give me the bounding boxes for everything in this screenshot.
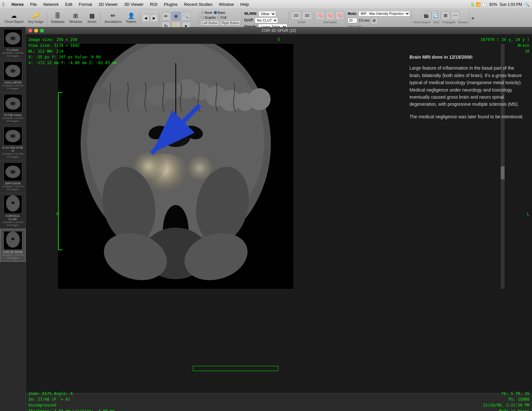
mouse-basic-radio[interactable]: Basic <box>214 11 225 15</box>
series-label-axial-mpgr: AXIAL MPGR <box>4 81 22 84</box>
series-item-flair[interactable]: O-Ax Flair xFSE H 12/18/08, 2:11 PM 20 I… <box>0 125 25 161</box>
orient-brain-button-1[interactable]: 🧠 <box>316 11 325 20</box>
series-item-coronal-flair[interactable]: CORONAL FLAIR 12/18/08, 2:18 PM 24 Image… <box>0 193 25 229</box>
toolbar-drawing-tools: ✏ ⊕ 🔍 ↻ 📏 ▾ <box>160 11 199 25</box>
patient-button[interactable]: 👤 Patient <box>124 11 138 25</box>
menu-3d-viewer[interactable]: 3D Viewer <box>121 1 147 7</box>
series-item-axial-mpgr[interactable]: AXIAL MPGR 12/18/08, 2:08 PM 20 Images <box>0 60 25 92</box>
series-images-axial-mpgr: 20 Images <box>7 87 19 90</box>
clut-select[interactable]: No CLUT <box>255 17 278 23</box>
series-images-diffusion: 60 Images <box>7 188 19 191</box>
series-images-cor3d-spgr: 48 Images <box>7 257 19 259</box>
series-item-cor3d-spgr[interactable]: COR 3D SPGR 12/18/08, 2:22 PM 48 Images <box>0 229 25 262</box>
menu-roi[interactable]: ROI <box>147 1 161 7</box>
menu-network[interactable]: Network <box>40 1 62 7</box>
mri-scrollbar-thumb[interactable] <box>501 166 505 179</box>
database-label: Database <box>51 20 65 24</box>
database-button[interactable]: 🗄 Database <box>49 11 67 25</box>
crosshair-tool-button[interactable]: ⊕ <box>172 12 181 21</box>
menu-file[interactable]: File <box>27 1 40 7</box>
key-image-button[interactable]: 🔑 Key Image <box>26 11 45 25</box>
movie-export-icon[interactable]: 🎬 <box>422 11 431 20</box>
propagate-label: Propagate <box>442 21 456 24</box>
series-thumb-coronal-flair <box>4 195 22 214</box>
menu-plugins[interactable]: Plugins <box>161 1 181 7</box>
series-icon: ▦ <box>89 12 95 19</box>
info-coords: 167979 ( 34 y, 24 y ) <box>480 37 529 43</box>
mouse-graphic-radio[interactable]: Graphic <box>201 16 216 19</box>
annotation-title: Brain MRI done in 12/18/2008: <box>409 54 526 61</box>
sync-icon[interactable]: 🔄 <box>431 11 440 20</box>
series-button[interactable]: ▦ Series <box>85 11 99 25</box>
series-item-t1-axial[interactable]: T1 AXIAL 12/18/08, 2:06 PM 20 Images <box>0 27 25 60</box>
orient-brain-button-2[interactable]: 🧠 <box>325 11 334 20</box>
thickness-info: Thickness: 3.50 mm Location: -4.00 mm <box>28 408 114 411</box>
browse-label: Browse <box>458 21 468 24</box>
sync-label: Sync <box>433 21 439 24</box>
series-item-diffusion[interactable]: DIFFUSION 12/18/08, 2:16 PM 60 Images <box>0 161 25 193</box>
window-minimize-button[interactable] <box>34 29 38 33</box>
windows-button[interactable]: ⊞ Windows <box>67 11 84 25</box>
pencil-tool-button[interactable]: ✏ <box>162 12 171 21</box>
mode-number-input[interactable] <box>348 18 357 23</box>
orientation-right-label: L <box>527 211 529 216</box>
nav-next-button[interactable]: ► <box>150 14 158 22</box>
series-label-t1-axial: T1 AXIAL <box>6 48 19 52</box>
window-maximize-button[interactable] <box>40 29 44 33</box>
viewer-content[interactable]: S R L Image size: 256 × 256 View size: 3… <box>26 34 532 393</box>
mode-settings-button[interactable]: ⚙ <box>371 17 378 24</box>
info-overlay-left: Image size: 256 × 256 View size: 3138 × … <box>28 37 117 66</box>
bottom-info-right: TE: 5 TR: 35 FS: 15000 12/18/08, 2:22:50… <box>483 391 530 411</box>
apple-menu-icon[interactable]:  <box>3 2 5 7</box>
viewer-area: COR 3D SPGR (10) S R L Image size: 256 ×… <box>26 27 532 411</box>
key-image-label: Key Image <box>28 20 44 24</box>
2d-toggle-button[interactable]: 2D <box>291 11 301 20</box>
menubar-search-icon[interactable]: 🔍 <box>525 2 529 7</box>
toolbar-overflow[interactable]: » <box>470 15 476 21</box>
menu-horos[interactable]: Horos <box>8 1 27 7</box>
series-label-t2-fse: T2 FSE AXIAL <box>3 113 22 117</box>
nav-prev-button[interactable]: ◄ <box>142 14 150 22</box>
toolbar-2d3d: 2D 3D 2D/3D <box>290 11 314 25</box>
info-overlay-right: 167979 ( 34 y, 24 y ) Brain 10 <box>480 37 529 54</box>
wlww-select[interactable]: Other <box>259 11 276 17</box>
series-images-flair: 20 Images <box>7 155 19 158</box>
info-view-size: View size: 3138 × 1682 <box>28 43 117 48</box>
browse-icon[interactable]: ⋯ <box>451 11 460 20</box>
series-date-flair: 12/18/08, 2:11 PM <box>2 152 23 155</box>
window-close-button[interactable] <box>28 29 32 33</box>
series-thumb-flair <box>4 127 22 145</box>
series-images-coronal-flair: 24 Images <box>7 224 19 227</box>
nav-arrows-group: ◄ ► <box>142 14 158 22</box>
3d-toggle-button[interactable]: 3D <box>302 11 312 20</box>
toolbar-group-db: 🗄 Database ⊞ Windows ▦ Series <box>48 11 101 25</box>
mode-select[interactable]: MIP - Max Intensity Projection <box>359 11 410 16</box>
menu-2d-viewer[interactable]: 2D Viewer <box>95 1 121 7</box>
mouse-none-radio[interactable]: None <box>201 11 212 15</box>
menu-window[interactable]: Window <box>216 1 237 7</box>
main-toolbar: ☁ Cloud Report 🔑 Key Image 🗄 Database ⊞ … <box>0 9 532 27</box>
annotation-text-box: Brain MRI done in 12/18/2008: Large feat… <box>409 54 526 120</box>
measurement-box <box>193 366 278 371</box>
series-date-t2-fse: 12/18/08, 2:10 PM <box>2 117 23 120</box>
viewer-title: COR 3D SPGR (10) <box>261 28 296 33</box>
toolbar-wlww: WL/WW: Other CLUT: No CLUT Opacity: Line… <box>243 11 289 25</box>
series-item-t2-fse[interactable]: T2 FSE AXIAL 12/18/08, 2:10 PM 20 Images <box>0 92 25 125</box>
brain-mri-canvas[interactable] <box>58 44 293 289</box>
annotations-button[interactable]: ✏ Annotations <box>103 11 123 25</box>
menu-format[interactable]: Format <box>75 1 95 7</box>
key-icon: 🔑 <box>32 12 39 19</box>
zoom-tool-button[interactable]: 🔍 <box>182 12 191 21</box>
propagate-icon[interactable]: ⊞ <box>441 11 450 20</box>
mouse-full-radio[interactable]: Full <box>217 16 226 19</box>
movie-export-label: Movie Export <box>414 21 431 24</box>
cloud-icon: ☁ <box>11 12 17 19</box>
menu-recent-studies[interactable]: Recent Studies <box>181 1 216 7</box>
menu-help[interactable]: Help <box>237 1 252 7</box>
series-thumb-diffusion <box>4 162 22 181</box>
orient-brain-button-3[interactable]: 🧠 <box>335 11 344 20</box>
series-thumb-t2-fse <box>4 94 22 113</box>
cloud-report-button[interactable]: ☁ Cloud Report <box>3 11 25 25</box>
menu-edit[interactable]: Edit <box>62 1 75 7</box>
mode-mm-label: 3.5 mm <box>359 19 369 22</box>
